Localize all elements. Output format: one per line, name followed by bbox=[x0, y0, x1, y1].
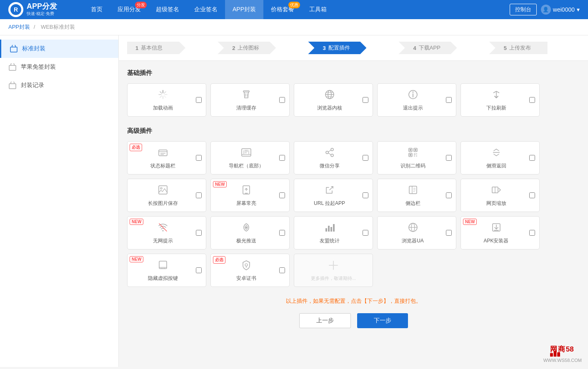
plugin-page-zoom-checkbox[interactable] bbox=[529, 192, 535, 198]
plugin-clear-cache[interactable]: 清理缓存 bbox=[210, 83, 290, 117]
header: R APP分发 快速·稳定·免费 首页 应用分发 分发 超级签名 企业签名 AP… bbox=[0, 0, 588, 19]
plugin-pull-refresh[interactable]: 下拉刷新 bbox=[460, 83, 540, 117]
plugin-page-zoom[interactable]: 网页缩放 bbox=[460, 179, 540, 212]
header-right: 控制台 👤 wei0000 ▾ bbox=[510, 4, 580, 15]
svg-rect-5 bbox=[243, 91, 249, 92]
plugin-sidebar-label: 侧边栏 bbox=[405, 200, 420, 207]
plugin-sidebar[interactable]: 侧边栏 bbox=[377, 179, 456, 212]
plugin-browser-ua[interactable]: 浏览器UA bbox=[377, 216, 456, 249]
plugin-hide-buttons[interactable]: NEW 隐藏虚拟按键 bbox=[127, 254, 206, 287]
chevron-down-icon: ▾ bbox=[577, 6, 580, 13]
step-4-num: 4 bbox=[413, 45, 416, 51]
plugin-url-launch[interactable]: URL 拉起APP bbox=[294, 179, 373, 212]
plugin-status-bar-checkbox[interactable] bbox=[196, 155, 202, 161]
prev-button[interactable]: 上一步 bbox=[299, 313, 351, 328]
next-button[interactable]: 下一步 bbox=[357, 313, 408, 328]
plugin-loading-anim[interactable]: 加载动画 bbox=[127, 83, 206, 117]
footer-url: WWW.WS58.COM bbox=[543, 358, 582, 363]
plugin-browser-ua-checkbox[interactable] bbox=[446, 230, 452, 236]
plugin-navbar[interactable]: 导航栏（底部） bbox=[210, 141, 290, 175]
plugin-pull-refresh-checkbox[interactable] bbox=[529, 97, 535, 103]
screen-on-icon bbox=[240, 184, 252, 198]
jpush-icon bbox=[240, 222, 252, 236]
plugin-no-network[interactable]: NEW 无网提示 bbox=[127, 216, 206, 249]
sidebar: 标准封装 苹果免签封装 封装记录 bbox=[0, 35, 119, 367]
plugin-screen-on-checkbox[interactable] bbox=[279, 192, 285, 198]
plugin-swipe-back-checkbox[interactable] bbox=[529, 155, 535, 161]
plugin-navbar-checkbox[interactable] bbox=[279, 155, 285, 161]
right-panel: 1 基本信息 2 上传图标 3 配置插件 4 下载APP bbox=[119, 35, 588, 367]
plugin-wechat-share-checkbox[interactable] bbox=[363, 155, 368, 161]
user-menu[interactable]: 👤 wei0000 ▾ bbox=[541, 5, 580, 15]
step-2: 2 上传图标 bbox=[218, 42, 308, 54]
status-bar-icon bbox=[157, 147, 169, 161]
browser-core-icon bbox=[324, 89, 335, 103]
nav-pricing[interactable]: 价格套餐 优惠 bbox=[263, 0, 302, 19]
plugin-umeng[interactable]: 友盟统计 bbox=[294, 216, 373, 249]
control-panel-button[interactable]: 控制台 bbox=[510, 4, 537, 15]
sidebar-item-records[interactable]: 封装记录 bbox=[0, 76, 118, 95]
svg-point-56 bbox=[162, 230, 163, 231]
svg-text:58: 58 bbox=[566, 345, 574, 353]
nav-tools[interactable]: 工具箱 bbox=[302, 0, 334, 19]
plugin-qr-scan[interactable]: 识别二维码 bbox=[377, 141, 456, 175]
svg-rect-43 bbox=[159, 186, 167, 194]
svg-point-72 bbox=[163, 268, 163, 269]
plugin-hide-buttons-label: 隐藏虚拟按键 bbox=[148, 275, 178, 282]
plugin-clear-cache-label: 清理缓存 bbox=[236, 105, 256, 112]
nav-super-sign[interactable]: 超级签名 bbox=[148, 0, 187, 19]
plugin-browser-core-checkbox[interactable] bbox=[363, 97, 368, 103]
sidebar-item-apple[interactable]: 苹果免签封装 bbox=[0, 58, 118, 76]
long-press-save-icon bbox=[157, 184, 169, 198]
breadcrumb-link[interactable]: APP封装 bbox=[8, 24, 30, 30]
nav-app-pack[interactable]: APP封装 bbox=[225, 0, 263, 19]
plugin-umeng-checkbox[interactable] bbox=[363, 230, 368, 236]
new-badge-apk: NEW bbox=[463, 219, 477, 225]
nav-enterprise-sign[interactable]: 企业签名 bbox=[187, 0, 225, 19]
plugin-android-cert[interactable]: 必选 安卓证书 bbox=[210, 254, 290, 287]
svg-point-44 bbox=[160, 187, 162, 189]
svg-line-31 bbox=[328, 150, 331, 152]
plugin-no-network-checkbox[interactable] bbox=[196, 230, 202, 236]
plugin-clear-cache-checkbox[interactable] bbox=[279, 97, 285, 103]
pricing-badge: 优惠 bbox=[288, 2, 300, 8]
plugin-apk-installer-checkbox[interactable] bbox=[529, 230, 535, 236]
svg-point-76 bbox=[333, 264, 334, 266]
plugin-jpush-checkbox[interactable] bbox=[279, 230, 285, 236]
plugin-apk-installer[interactable]: NEW APK安装器 bbox=[460, 216, 540, 249]
sidebar-label-standard: 标准封装 bbox=[22, 45, 45, 52]
plugin-exit-hint[interactable]: 退出提示 bbox=[377, 83, 456, 117]
plugin-jpush[interactable]: 极光推送 bbox=[210, 216, 290, 249]
nav-home[interactable]: 首页 bbox=[83, 0, 110, 19]
plugin-wechat-share[interactable]: 微信分享 bbox=[294, 141, 373, 175]
nav-app-dist[interactable]: 应用分发 分发 bbox=[110, 0, 148, 19]
plugin-android-cert-checkbox[interactable] bbox=[279, 267, 285, 273]
plugin-screen-on[interactable]: NEW 屏幕常亮 bbox=[210, 179, 290, 212]
svg-point-30 bbox=[331, 154, 333, 157]
main-layout: 标准封装 苹果免签封装 封装记录 1 基本信息 bbox=[0, 35, 588, 367]
plugin-long-press-save[interactable]: 长按图片保存 bbox=[127, 179, 206, 212]
step-1-label: 基本信息 bbox=[141, 44, 163, 52]
plugin-loading-anim-checkbox[interactable] bbox=[196, 97, 202, 103]
plugin-wechat-share-label: 微信分享 bbox=[320, 162, 340, 170]
svg-rect-81 bbox=[553, 351, 556, 357]
footer-logo: 网 商 58 WWW.WS58.COM bbox=[543, 341, 582, 363]
plugin-more-label: 更多插件，敬请期待... bbox=[311, 275, 356, 282]
plugin-swipe-back[interactable]: 侧滑返回 bbox=[460, 141, 540, 175]
plugin-exit-hint-checkbox[interactable] bbox=[446, 97, 452, 103]
plugin-hide-buttons-checkbox[interactable] bbox=[196, 267, 202, 273]
svg-rect-4 bbox=[9, 84, 16, 89]
plugin-umeng-label: 友盟统计 bbox=[320, 237, 340, 244]
plugin-browser-core[interactable]: 浏览器内核 bbox=[294, 83, 373, 117]
plugin-url-launch-checkbox[interactable] bbox=[363, 192, 368, 198]
plugin-sidebar-checkbox[interactable] bbox=[446, 192, 452, 198]
plugin-qr-scan-checkbox[interactable] bbox=[446, 155, 452, 161]
sidebar-item-standard[interactable]: 标准封装 bbox=[0, 40, 118, 58]
svg-point-29 bbox=[331, 148, 333, 151]
plugin-status-bar[interactable]: 必选 状态标题栏 bbox=[127, 141, 206, 175]
step-4: 4 下载APP bbox=[399, 42, 489, 54]
svg-rect-42 bbox=[416, 155, 417, 157]
advanced-section-title: 高级插件 bbox=[127, 127, 580, 135]
plugin-swipe-back-label: 侧滑返回 bbox=[486, 162, 506, 170]
plugin-long-press-save-checkbox[interactable] bbox=[196, 192, 202, 198]
